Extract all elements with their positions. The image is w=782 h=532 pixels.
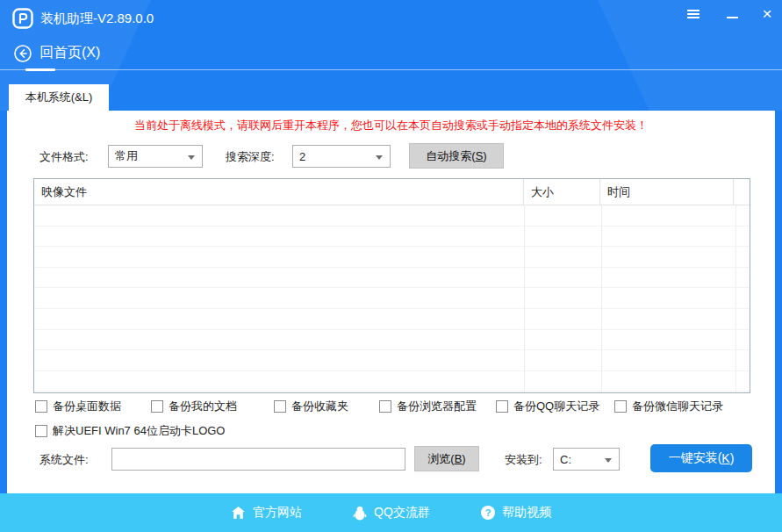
list-body — [34, 205, 750, 392]
checkbox-label: 备份我的文档 — [169, 399, 237, 414]
back-arrow-icon — [14, 45, 32, 62]
svg-text:?: ? — [485, 507, 491, 518]
browse-label: 浏览( — [427, 451, 454, 467]
install-suffix: ) — [730, 451, 735, 465]
menu-button[interactable] — [678, 0, 708, 28]
auto-search-mnemonic: S — [476, 149, 484, 162]
chevron-down-icon — [188, 155, 195, 160]
back-home-button[interactable]: 回首页(X) — [14, 37, 100, 69]
official-website-link[interactable]: 官方网站 — [231, 505, 302, 521]
image-file-list[interactable]: 映像文件 大小 时间 — [33, 178, 750, 393]
checkbox-icon — [35, 400, 47, 413]
one-click-install-button[interactable]: 一键安装(K) — [650, 444, 752, 472]
column-header-spacer — [734, 179, 750, 205]
checkbox-label: 备份QQ聊天记录 — [513, 399, 599, 414]
checkbox-backup-desktop[interactable]: 备份桌面数据 — [35, 399, 121, 414]
checkbox-backup-favorites[interactable]: 备份收藏夹 — [274, 399, 348, 414]
back-home-label: 回首页(X) — [39, 44, 100, 62]
auto-search-button[interactable]: 自动搜索(S) — [409, 143, 504, 169]
checkbox-label: 解决UEFI Win7 64位启动卡LOGO — [53, 423, 225, 439]
close-icon: × — [762, 4, 771, 24]
checkbox-label: 备份微信聊天记录 — [632, 399, 723, 414]
checkbox-icon — [151, 400, 163, 413]
chevron-down-icon — [605, 458, 612, 463]
footer: 官方网站 QQ交流群 ? 帮助视频 — [0, 493, 782, 532]
checkbox-icon — [614, 400, 627, 413]
browse-button[interactable]: 浏览(B) — [414, 446, 479, 471]
column-header-image-file[interactable]: 映像文件 — [34, 179, 524, 205]
navbar: 回首页(X) — [0, 37, 782, 70]
list-row — [34, 330, 750, 351]
list-row — [34, 371, 750, 392]
chevron-down-icon — [376, 155, 383, 160]
main-panel: 当前处于离线模式，请联网后重开本程序，您也可以在本页自动搜索或手动指定本地的系统… — [7, 111, 775, 493]
search-depth-label: 搜索深度: — [226, 146, 275, 169]
checkbox-label: 备份收藏夹 — [291, 399, 348, 414]
install-label: 一键安装( — [669, 450, 722, 466]
checkbox-backup-wechat-chat[interactable]: 备份微信聊天记录 — [614, 399, 723, 414]
list-row — [34, 226, 750, 248]
app-logo-icon — [12, 8, 33, 29]
install-drive-select[interactable]: C: — [553, 448, 620, 471]
search-depth-select[interactable]: 2 — [292, 145, 391, 168]
list-row — [34, 205, 750, 226]
checkbox-uefi-logo-fix[interactable]: 解决UEFI Win7 64位启动卡LOGO — [35, 423, 225, 439]
file-format-value: 常用 — [115, 148, 138, 164]
window-title: 装机助理-V2.89.0.0 — [40, 0, 154, 37]
tab-local-system[interactable]: 本机系统(&L) — [9, 84, 109, 111]
checkbox-backup-documents[interactable]: 备份我的文档 — [151, 399, 237, 414]
footer-link-label: 官方网站 — [253, 505, 302, 521]
search-depth-value: 2 — [299, 150, 305, 163]
file-format-select[interactable]: 常用 — [108, 145, 203, 168]
checkbox-icon — [379, 400, 391, 413]
footer-link-label: 帮助视频 — [502, 505, 551, 521]
help-videos-link[interactable]: ? 帮助视频 — [481, 505, 551, 521]
footer-link-label: QQ交流群 — [374, 505, 430, 521]
list-row — [34, 247, 750, 268]
column-header-time[interactable]: 时间 — [600, 179, 734, 205]
browse-mnemonic: B — [455, 452, 463, 465]
auto-search-suffix: ) — [483, 149, 486, 162]
offline-warning-text: 当前处于离线模式，请联网后重开本程序，您也可以在本页自动搜索或手动指定本地的系统… — [7, 118, 775, 133]
list-row — [34, 268, 750, 289]
list-header: 映像文件 大小 时间 — [34, 179, 750, 205]
minimize-icon — [727, 17, 738, 18]
question-circle-icon: ? — [481, 506, 495, 520]
minimize-button[interactable] — [717, 0, 747, 28]
file-format-label: 文件格式: — [39, 146, 89, 169]
checkbox-label: 备份浏览器配置 — [397, 399, 477, 414]
system-file-input[interactable] — [111, 448, 405, 471]
checkbox-icon — [274, 400, 286, 413]
checkbox-label: 备份桌面数据 — [53, 399, 121, 414]
install-mnemonic: K — [721, 451, 729, 465]
column-header-size[interactable]: 大小 — [524, 179, 600, 205]
checkbox-backup-browser-config[interactable]: 备份浏览器配置 — [379, 399, 477, 414]
install-to-label: 安装到: — [505, 449, 542, 471]
install-drive-value: C: — [560, 453, 571, 466]
system-file-label: 系统文件: — [39, 449, 89, 471]
checkbox-icon — [35, 425, 47, 437]
home-icon — [231, 506, 246, 520]
list-row — [34, 309, 750, 330]
checkbox-backup-qq-chat[interactable]: 备份QQ聊天记录 — [496, 399, 599, 414]
browse-suffix: ) — [462, 452, 465, 465]
tab-label: 本机系统(&L) — [25, 90, 93, 105]
list-row — [34, 288, 750, 309]
list-row — [34, 350, 750, 371]
titlebar: 装机助理-V2.89.0.0 × — [0, 0, 782, 37]
nav-divider — [0, 69, 782, 70]
auto-search-label: 自动搜索( — [426, 148, 475, 164]
checkbox-icon — [496, 400, 508, 413]
close-button[interactable]: × — [752, 0, 782, 28]
qq-group-link[interactable]: QQ交流群 — [353, 505, 430, 521]
qq-penguin-icon — [353, 506, 367, 521]
nav-active-indicator — [25, 68, 55, 71]
app-window: 装机助理-V2.89.0.0 × 回首页(X) 本机系统(&L) 当前处于离线模… — [0, 0, 782, 532]
hamburger-icon — [687, 8, 699, 20]
